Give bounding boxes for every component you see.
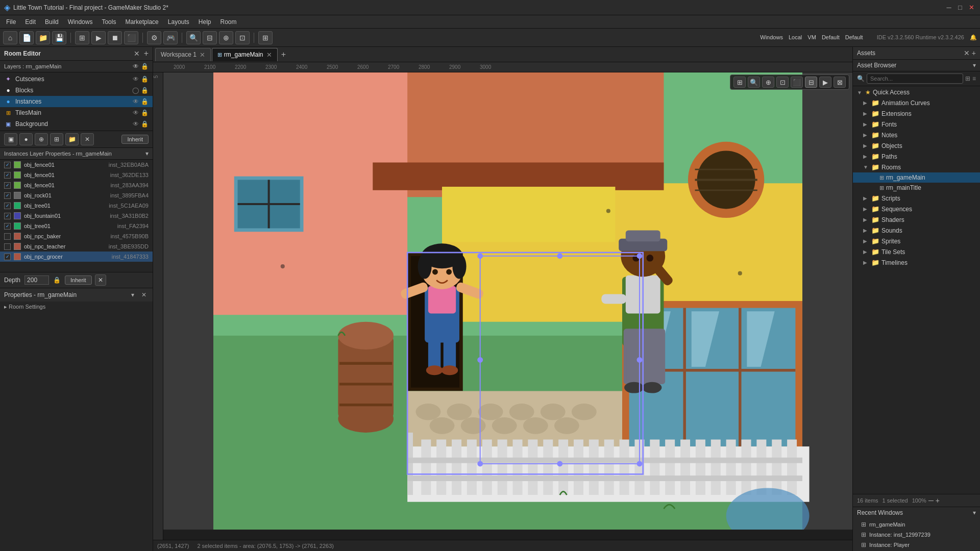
zoom-out-button[interactable]: ─ [928,496,934,505]
menu-marketplace[interactable]: Marketplace [121,17,162,27]
assets-add-button[interactable]: + [972,49,976,57]
tree-quick-access[interactable]: ▼ ★ Quick Access [853,87,980,97]
layer-instances[interactable]: ● Instances 👁 🔒 [0,96,153,107]
properties-close[interactable]: ✕ [139,290,149,299]
tree-timelines[interactable]: ▶ 📁 Timelines [853,257,980,268]
sort-icon[interactable]: ≡ [972,75,976,82]
inst-checkbox-6[interactable] [4,223,11,230]
recent-windows-expand[interactable]: ▾ [973,509,976,516]
cv-frame-button[interactable]: ⬛ [791,77,803,88]
toolbar-settings-button[interactable]: ⚙ [147,31,161,44]
inst-checkbox-3[interactable] [4,192,11,199]
tree-sequences[interactable]: ▶ 📁 Sequences [853,204,980,214]
layer-background[interactable]: ▣ Background 👁 🔒 [0,118,153,130]
cv-toggle-button[interactable]: ⊟ [805,77,817,88]
tree-objects[interactable]: ▶ 📁 Objects [853,140,980,151]
local-label[interactable]: Local [789,34,802,40]
tab-add-button[interactable]: + [279,49,289,60]
toolbar-instances-button[interactable]: ⊞ [75,31,89,44]
layers-visibility-icon[interactable]: 👁 [133,63,139,70]
instance-item-0[interactable]: obj_fence01 inst_32EB0ABA [0,160,153,170]
toolbar-zoom-out-button[interactable]: 🔍 [186,31,201,44]
layer-background-visibility[interactable]: 👁 [133,120,139,128]
inst-checkbox-7[interactable] [4,233,11,240]
layer-instances-lock[interactable]: 🔒 [141,98,149,105]
tree-rm-maintitle[interactable]: ▶ ⊞ rm_mainTitle [853,183,980,193]
canvas-viewport[interactable] [163,72,852,530]
zoom-in-button[interactable]: + [936,496,940,505]
default2-label[interactable]: Default [845,34,863,40]
assets-close-button[interactable]: ✕ [964,49,970,57]
instance-item-7[interactable]: obj_npc_baker inst_4575B90B [0,231,153,241]
inst-checkbox-8[interactable] [4,243,11,250]
instance-item-6[interactable]: obj_tree01 inst_FA2394 [0,221,153,231]
toolbar-gamepad-button[interactable]: 🎮 [163,31,178,44]
cv-play-button[interactable]: ▶ [819,77,831,88]
layer-cutscenes-visibility[interactable]: 👁 [133,76,139,83]
maximize-button[interactable]: □ [955,3,965,12]
cv-zoom-fit-button[interactable]: ⊡ [776,77,789,88]
cv-zoom-out-button[interactable]: 🔍 [748,77,760,88]
toolbar-save-button[interactable]: 💾 [52,31,66,44]
tree-scripts[interactable]: ▶ 📁 Scripts [853,193,980,204]
toolbar-open-button[interactable]: 📁 [36,31,50,44]
instance-item-1[interactable]: obj_fence01 inst_362DE133 [0,170,153,180]
filter-icon[interactable]: ⊞ [965,75,970,82]
instance-item-8[interactable]: obj_npc_teacher inst_3BE935DD [0,241,153,252]
toolbar-play-button[interactable]: ▶ [91,31,106,44]
inst-tool-transform[interactable]: ⊕ [35,133,48,145]
toolbar-debug-button[interactable]: ⬛ [124,31,138,44]
tree-sprites[interactable]: ▶ 📁 Sprites [853,236,980,246]
inst-checkbox-5[interactable] [4,213,11,219]
instance-item-2[interactable]: obj_fence01 inst_283AA394 [0,180,153,190]
tree-shaders[interactable]: ▶ 📁 Shaders [853,214,980,225]
layer-background-lock[interactable]: 🔒 [141,120,149,128]
default1-label[interactable]: Default [822,34,840,40]
cv-grid-button[interactable]: ⊞ [733,77,746,88]
room-settings[interactable]: ▸ Room Settings [0,302,153,312]
tree-fonts[interactable]: ▶ 📁 Fonts [853,119,980,130]
layer-blocks-lock[interactable]: 🔒 [141,87,149,94]
recent-item-0[interactable]: ⊞ rm_gameMain [853,519,980,530]
depth-reset-button[interactable]: ✕ [95,274,106,286]
inst-tool-add-instance[interactable]: ● [19,133,33,145]
inst-tool-tile[interactable]: ⊞ [50,133,63,145]
instance-item-5[interactable]: obj_fountain01 inst_3A31B0B2 [0,211,153,221]
menu-file[interactable]: File [2,17,20,27]
asset-search-input[interactable] [867,73,963,84]
tree-tile-sets[interactable]: ▶ 📁 Tile Sets [853,246,980,257]
menu-help[interactable]: Help [194,17,215,27]
tree-notes[interactable]: ▶ 📁 Notes [853,130,980,140]
instance-item-3[interactable]: obj_rock01 inst_3895FBA4 [0,190,153,201]
tree-rooms[interactable]: ▼ 📁 Rooms [853,162,980,172]
workspace-tab-close[interactable]: ✕ [200,51,205,59]
recent-item-1[interactable]: ⊞ Instance: inst_12997239 [853,530,980,540]
asset-browser-expand[interactable]: ▾ [973,62,976,69]
tree-paths[interactable]: ▶ 📁 Paths [853,151,980,162]
toolbar-stop-button[interactable]: ⏹ [108,31,122,44]
minimize-button[interactable]: ─ [944,3,953,12]
tree-rm-gamemain[interactable]: ▶ ⊞ rm_gameMain [853,172,980,183]
toolbar-zoom-reset-button[interactable]: ⊟ [203,31,217,44]
layer-cutscenes[interactable]: ✦ Cutscenes 👁 🔒 [0,73,153,85]
toolbar-extra-button[interactable]: ⊞ [258,31,273,44]
menu-tools[interactable]: Tools [97,17,120,27]
inst-checkbox-1[interactable] [4,172,11,179]
room-tab[interactable]: ⊞ rm_gameMain ✕ [212,48,278,61]
toolbar-fullscreen-button[interactable]: ⊡ [235,31,250,44]
inst-checkbox-0[interactable] [4,162,11,168]
layers-lock-icon[interactable]: 🔒 [141,63,149,70]
menu-windows[interactable]: Windows [64,17,97,27]
instance-item-9[interactable]: obj_npc_grocer inst_41847333 [0,252,153,262]
inst-tool-delete[interactable]: ✕ [81,133,94,145]
workspace-tab[interactable]: Workspace 1 ✕ [155,48,211,61]
close-button[interactable]: ✕ [967,3,976,12]
toolbar-home-button[interactable]: ⌂ [3,31,17,44]
inst-checkbox-2[interactable] [4,182,11,189]
depth-inherit-button[interactable]: Inherit [65,276,92,285]
depth-input[interactable] [24,276,49,285]
inst-tool-folder[interactable]: 📁 [65,133,79,145]
layer-tilesmain-visibility[interactable]: 👁 [133,109,139,116]
tree-extensions[interactable]: ▶ 📁 Extensions [853,108,980,119]
notification-icon[interactable]: 🔔 [970,34,977,40]
